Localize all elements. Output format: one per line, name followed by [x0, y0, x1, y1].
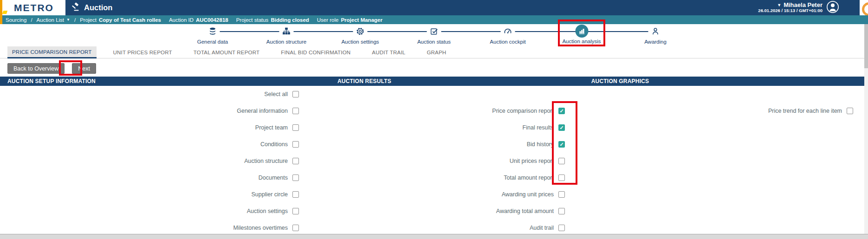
breadcrumb-auction-list[interactable]: Auction List▼	[37, 17, 70, 23]
auction-structure-checkbox[interactable]	[292, 158, 299, 164]
step-auction-structure[interactable]: Auction structure	[250, 24, 324, 45]
next-button[interactable]: Next	[72, 63, 96, 74]
checkbox-row-price-trend: Price trend for each line item	[612, 103, 853, 119]
toolbar: Back to Overview Next	[7, 63, 96, 74]
total-amount-report-checkbox[interactable]	[558, 174, 565, 181]
tab-final-bid-confirmation[interactable]: FINAL BID CONFIRMATION	[276, 46, 355, 58]
conditions-checkbox[interactable]	[292, 141, 299, 148]
checkbox-row-supplier-circle: Supplier circle	[58, 186, 299, 203]
supplier-circle-checkbox[interactable]	[292, 191, 299, 198]
auction-id-value: AUC0042818	[196, 17, 228, 23]
chevron-down-icon: ▼	[66, 18, 70, 22]
project-info: ProjectCopy of Test Cash rolles	[80, 17, 161, 23]
checkbox-label: Price comparison report	[492, 108, 554, 114]
checkbox-row-conditions: Conditions	[58, 136, 299, 153]
auction-results-column: Price comparison report Final results Bi…	[324, 86, 565, 236]
final-results-checkbox[interactable]	[558, 124, 565, 131]
step-auction-analysis[interactable]: Auction analysis	[545, 24, 619, 45]
step-awarding[interactable]: Awarding	[619, 24, 693, 45]
milestones-overtimes-checkbox[interactable]	[292, 225, 299, 231]
step-navigation: General data Auction structure Auction s…	[0, 24, 868, 46]
checkbox-label: Documents	[259, 174, 288, 181]
unit-prices-report-checkbox[interactable]	[558, 158, 565, 164]
tab-audit-trail[interactable]: AUDIT TRAIL	[367, 46, 410, 58]
checkbox-label: Select all	[264, 91, 288, 97]
step-label: General data	[197, 39, 228, 45]
step-auction-settings[interactable]: Auction settings	[324, 24, 397, 45]
auction-app-window: Auction ▼Mihaela Peter 26.01.2026 / 15:1…	[0, 0, 868, 239]
database-icon	[206, 24, 220, 38]
checkbox-label: Total amount report	[504, 174, 554, 181]
checkbox-label: Final results	[523, 124, 554, 131]
top-header-bar: Auction ▼Mihaela Peter 26.01.2026 / 15:1…	[0, 0, 868, 15]
step-label: Auction status	[417, 39, 451, 45]
checkbox-label: Audit trail	[530, 225, 554, 231]
section-title-auction-results: AUCTION RESULTS	[337, 77, 391, 86]
checkbox-label: Auction structure	[244, 158, 288, 164]
metro-logo-yellow-accent	[2, 11, 7, 14]
step-label: Auction settings	[341, 39, 379, 45]
breadcrumb-separator: /	[74, 17, 76, 23]
user-menu[interactable]: ▼Mihaela Peter 26.01.2026 / 15:13 / GMT+…	[758, 0, 839, 15]
avatar[interactable]	[826, 0, 839, 15]
project-name-value: Copy of Test Cash rolles	[99, 17, 161, 23]
help-button-icon[interactable]	[862, 2, 868, 16]
checkbox-label: Supplier circle	[251, 191, 288, 198]
step-label: Awarding	[644, 39, 667, 45]
breadcrumb-separator: /	[31, 17, 32, 23]
tab-price-comparison-report[interactable]: PRICE COMPARISON REPORT	[7, 46, 97, 58]
bid-history-checkbox[interactable]	[558, 141, 565, 148]
step-auction-status[interactable]: Auction status	[397, 24, 471, 45]
chevron-down-icon: ▼	[777, 3, 781, 7]
checkbox-label: General information	[237, 108, 288, 114]
awarding-total-amount-checkbox[interactable]	[558, 208, 565, 214]
awarding-unit-prices-checkbox[interactable]	[558, 191, 565, 198]
checkbox-label: Bid history	[527, 141, 554, 148]
breadcrumb-sourcing[interactable]: Sourcing	[6, 17, 26, 23]
breadcrumb: Sourcing / Auction List▼ / ProjectCopy o…	[0, 15, 868, 24]
report-tabs: PRICE COMPARISON REPORT UNIT PRICES REPO…	[0, 46, 864, 58]
app-title-text: Auction	[84, 3, 112, 12]
section-title-auction-setup-information: AUCTION SETUP INFORMATION	[7, 77, 96, 86]
step-general-data[interactable]: General data	[176, 24, 250, 45]
checkbox-row-documents: Documents	[58, 169, 299, 186]
tab-graph[interactable]: GRAPH	[422, 46, 451, 58]
back-to-overview-button[interactable]: Back to Overview	[7, 63, 65, 74]
horizontal-scrollbar[interactable]	[0, 234, 868, 239]
audit-trail-checkbox[interactable]	[558, 225, 565, 231]
price-comparison-report-checkbox[interactable]	[558, 108, 565, 114]
checkbox-row-final-results: Final results	[324, 119, 565, 136]
checkbox-row-auction-settings: Auction settings	[58, 203, 299, 220]
checkbox-row-price-comparison-report: Price comparison report	[324, 103, 565, 119]
general-information-checkbox[interactable]	[292, 108, 299, 114]
auction-settings-checkbox[interactable]	[292, 208, 299, 214]
checkbox-label: Conditions	[260, 141, 288, 148]
header-corner	[860, 0, 868, 15]
vertical-scrollbar-thumb[interactable]	[864, 24, 868, 68]
price-trend-checkbox[interactable]	[847, 108, 853, 114]
checkbox-label: Project team	[255, 124, 288, 131]
select-all-checkbox[interactable]	[292, 91, 299, 97]
project-team-checkbox[interactable]	[292, 124, 299, 131]
person-award-icon	[648, 24, 663, 38]
checkbox-label: Milestones overtimes	[233, 225, 288, 231]
checked-box-icon	[427, 24, 441, 38]
orange-edge-strip	[0, 0, 2, 24]
section-title-auction-graphics: AUCTION GRAPHICS	[591, 77, 649, 86]
tab-unit-prices-report[interactable]: UNIT PRICES REPORT	[109, 46, 177, 58]
gauge-icon	[501, 24, 515, 38]
tab-total-amount-report[interactable]: TOTAL AMOUNT REPORT	[189, 46, 264, 58]
user-role-value: Project Manager	[341, 17, 382, 23]
auction-setup-column: Select all General information Project t…	[58, 86, 299, 236]
checkbox-row-awarding-unit-prices: Awarding unit prices	[324, 186, 565, 203]
project-status-info: Project statusBidding closed	[236, 17, 309, 23]
metro-logo[interactable]: METRO	[2, 0, 65, 15]
documents-checkbox[interactable]	[292, 174, 299, 181]
checkbox-row-project-team: Project team	[58, 119, 299, 136]
auction-id-info: Auction IDAUC0042818	[169, 17, 228, 23]
checkbox-row-total-amount-report: Total amount report	[324, 169, 565, 186]
user-role-info: User roleProject Manager	[317, 17, 382, 23]
step-auction-cockpit[interactable]: Auction cockpit	[471, 24, 545, 45]
app-title: Auction	[71, 0, 112, 15]
checkbox-label: Auction settings	[247, 208, 288, 214]
